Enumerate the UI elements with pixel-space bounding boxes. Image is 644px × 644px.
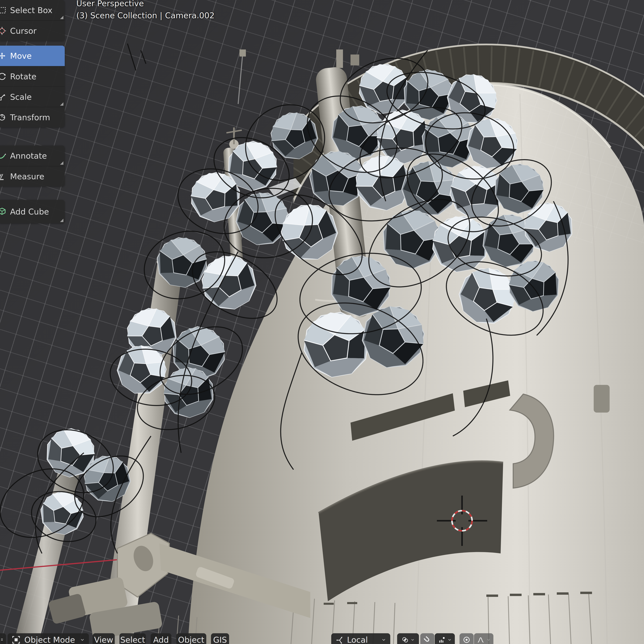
scale-icon	[0, 92, 7, 102]
tool-label: Rotate	[10, 72, 36, 81]
scene-render	[0, 0, 644, 644]
toolbar-group-transform: Move Rotate Scale Transform	[0, 46, 65, 127]
chevron-down-icon	[447, 637, 452, 642]
object-mode-icon	[12, 635, 21, 644]
chevron-down-icon	[80, 637, 85, 642]
mode-selector-label: Object Mode	[24, 635, 75, 644]
tool-label: Annotate	[10, 151, 47, 160]
proportional-falloff-dropdown[interactable]	[474, 633, 493, 644]
pivot-point-icon	[401, 636, 409, 644]
tool-label: Move	[10, 51, 32, 61]
tool-label: Cursor	[10, 26, 37, 36]
chevron-down-icon	[381, 637, 386, 642]
proportional-editing-toggle[interactable]	[460, 633, 474, 644]
chevron-down-icon	[486, 637, 491, 642]
axis-line-red	[0, 559, 127, 570]
falloff-curve-icon	[476, 636, 485, 644]
tool-label: Select Box	[10, 6, 52, 15]
tool-annotate[interactable]: Annotate	[0, 146, 65, 166]
proportional-circle-icon	[462, 635, 471, 644]
pivot-point-dropdown[interactable]	[397, 633, 419, 644]
menu-select[interactable]: Select	[119, 633, 146, 644]
tool-label: Measure	[10, 172, 44, 181]
move-icon	[0, 51, 7, 61]
snap-increment-icon	[438, 636, 446, 644]
annotate-icon	[0, 151, 7, 160]
editor-type-button[interactable]	[0, 633, 6, 644]
snap-target-dropdown[interactable]	[435, 633, 455, 644]
menu-view[interactable]: View	[93, 633, 115, 644]
menu-label: GIS	[213, 635, 227, 644]
editor-type-icon	[0, 637, 3, 642]
3d-viewport[interactable]: User Perspective (3) Scene Collection | …	[0, 0, 644, 644]
tool-add-cube[interactable]: Add Cube	[0, 200, 65, 223]
mode-selector[interactable]: Object Mode	[8, 633, 89, 644]
tool-measure[interactable]: Measure	[0, 166, 65, 186]
menu-label: Object	[178, 635, 204, 644]
tool-rotate[interactable]: Rotate	[0, 66, 65, 87]
viewport-collection-label: (3) Scene Collection | Camera.002	[76, 10, 214, 20]
tool-label: Add Cube	[10, 207, 49, 216]
tool-cursor[interactable]: Cursor	[0, 20, 65, 41]
snap-magnet-icon	[423, 635, 432, 644]
chevron-down-icon	[410, 637, 415, 642]
tool-scale[interactable]: Scale	[0, 87, 65, 107]
tool-move[interactable]: Move	[0, 46, 65, 66]
tool-select-box[interactable]: Select Box	[0, 0, 65, 20]
menu-object[interactable]: Object	[176, 633, 206, 644]
toolbar-group-add: Add Cube	[0, 200, 65, 223]
cursor-icon	[0, 26, 7, 36]
orientation-axes-icon	[335, 635, 344, 644]
toolbar-group-annotate: Annotate Measure	[0, 146, 65, 186]
snap-toggle-button[interactable]	[420, 633, 434, 644]
tool-label: Scale	[10, 92, 32, 102]
add-cube-icon	[0, 207, 7, 216]
measure-icon	[0, 172, 7, 181]
rotate-icon	[0, 72, 7, 81]
transform-orientation-dropdown[interactable]: Local	[331, 633, 390, 644]
transform-icon	[0, 113, 7, 122]
menu-add[interactable]: Add	[151, 633, 171, 644]
tool-transform[interactable]: Transform	[0, 107, 65, 127]
viewport-mode-label: User Perspective	[76, 0, 214, 8]
menu-label: Select	[120, 635, 145, 644]
toolbar-group-select: Select Box Cursor	[0, 0, 65, 41]
menu-gis[interactable]: GIS	[211, 633, 229, 644]
tool-label: Transform	[10, 113, 50, 122]
orientation-label: Local	[347, 635, 368, 644]
viewport-header: User Perspective (3) Scene Collection | …	[76, 0, 214, 20]
menu-label: Add	[153, 635, 169, 644]
menu-label: View	[94, 635, 113, 644]
select-box-icon	[0, 6, 7, 15]
